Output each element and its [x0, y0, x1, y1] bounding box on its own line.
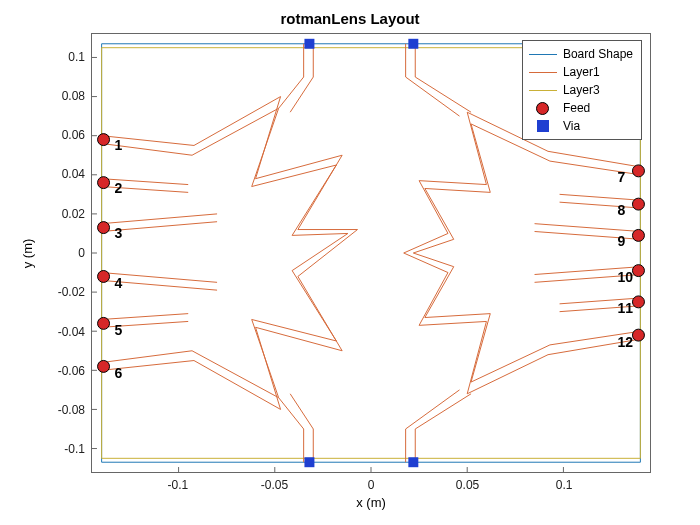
port-label: 10 — [617, 269, 633, 285]
legend-layer1: Layer1 — [529, 63, 633, 81]
legend-layer3: Layer3 — [529, 81, 633, 99]
line-icon — [529, 84, 557, 96]
square-icon — [529, 120, 557, 132]
port-label: 12 — [617, 334, 633, 350]
port-label: 2 — [115, 180, 123, 196]
legend-boardshape: Board Shape — [529, 45, 633, 63]
y-tick: 0.1 — [25, 50, 85, 64]
x-tick: 0.1 — [556, 478, 573, 492]
feed-marker — [632, 229, 644, 241]
legend-via: Via — [529, 117, 633, 135]
x-tick: -0.1 — [168, 478, 189, 492]
legend-label: Via — [563, 117, 580, 135]
via-marker — [408, 39, 418, 49]
feed-marker — [98, 270, 110, 282]
via-marker — [408, 457, 418, 467]
legend-label: Layer3 — [563, 81, 600, 99]
y-tick: 0.02 — [25, 207, 85, 221]
line-icon — [529, 48, 557, 60]
line-icon — [529, 66, 557, 78]
y-tick: -0.04 — [25, 325, 85, 339]
port-label: 11 — [617, 300, 633, 316]
feed-marker — [98, 134, 110, 146]
feed-marker — [98, 177, 110, 189]
feed-marker — [632, 165, 644, 177]
port-label: 8 — [617, 202, 625, 218]
port-label: 5 — [115, 322, 123, 338]
y-tick: 0 — [25, 246, 85, 260]
legend-feed: Feed — [529, 99, 633, 117]
port-label: 7 — [617, 169, 625, 185]
feed-marker — [632, 296, 644, 308]
y-tick: 0.08 — [25, 89, 85, 103]
feed-marker — [632, 265, 644, 277]
figure: rotmanLens Layout Board Shape Layer1 Lay… — [0, 0, 700, 525]
axes: Board Shape Layer1 Layer3 Feed Via — [91, 33, 651, 473]
feed-marker — [98, 360, 110, 372]
port-label: 6 — [115, 365, 123, 381]
y-tick: 0.06 — [25, 128, 85, 142]
feed-marker — [98, 222, 110, 234]
legend-label: Feed — [563, 99, 590, 117]
port-label: 3 — [115, 225, 123, 241]
y-tick: 0.04 — [25, 167, 85, 181]
via-marker — [304, 39, 314, 49]
x-axis-label: x (m) — [91, 495, 651, 510]
legend-label: Board Shape — [563, 45, 633, 63]
feed-marker — [632, 329, 644, 341]
port-label: 4 — [115, 275, 123, 291]
y-tick: -0.1 — [25, 442, 85, 456]
port-label: 9 — [617, 233, 625, 249]
feed-marker — [98, 317, 110, 329]
chart-title: rotmanLens Layout — [0, 10, 700, 27]
port-label: 1 — [115, 137, 123, 153]
y-tick: -0.02 — [25, 285, 85, 299]
y-tick: -0.08 — [25, 403, 85, 417]
via-marker — [304, 457, 314, 467]
x-tick: 0 — [368, 478, 375, 492]
legend-label: Layer1 — [563, 63, 600, 81]
x-tick: -0.05 — [261, 478, 288, 492]
circle-icon — [529, 102, 557, 114]
feed-marker — [632, 198, 644, 210]
legend: Board Shape Layer1 Layer3 Feed Via — [522, 40, 642, 140]
x-tick: 0.05 — [456, 478, 479, 492]
y-tick: -0.06 — [25, 364, 85, 378]
